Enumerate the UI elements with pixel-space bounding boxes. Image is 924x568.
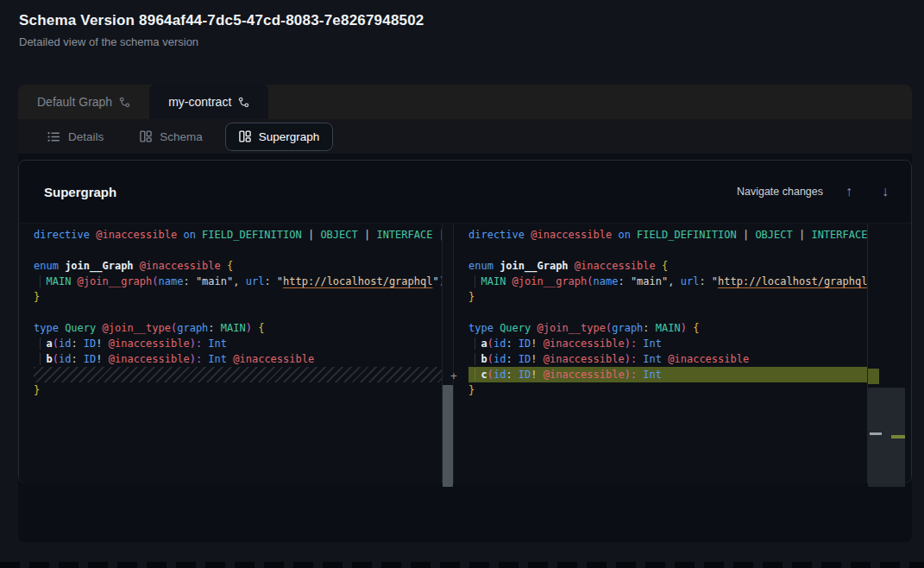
code-line: directive @inaccessible on FIELD_DEFINIT… xyxy=(468,227,867,243)
minimap-viewport[interactable] xyxy=(868,388,905,487)
columns-icon xyxy=(140,130,152,142)
graph-tabs: Default Graphmy-contract xyxy=(18,85,912,119)
code-line: enum join__Graph @inaccessible { xyxy=(468,258,867,274)
subtab-label: Details xyxy=(68,130,104,143)
subtab-supergraph[interactable]: Supergraph xyxy=(225,123,334,151)
code-line: type Query @join__type(graph: MAIN) { xyxy=(34,320,442,336)
branch-icon xyxy=(238,97,249,108)
minimap-added-change-marker xyxy=(891,435,905,439)
branch-icon xyxy=(119,97,130,108)
page-header: Schema Version 8964af44-7dc5-47cd-8083-7… xyxy=(19,12,424,48)
collapsed-diff-placeholder xyxy=(34,367,442,382)
minimap-position-marker xyxy=(870,432,882,435)
code-line: type Query @join__type(graph: MAIN) { xyxy=(468,320,867,336)
code-line xyxy=(34,243,442,258)
diff-panel-after[interactable]: directive @inaccessible on FIELD_DEFINIT… xyxy=(454,224,867,483)
tab-default-graph[interactable]: Default Graph xyxy=(18,85,149,119)
supergraph-panel: Supergraph Navigate changes ↑ ↓ directiv… xyxy=(18,160,912,483)
list-icon xyxy=(47,131,60,142)
code-line: } xyxy=(34,289,442,305)
code-line: b(id: ID! @inaccessible): Int @inaccessi… xyxy=(34,351,442,367)
tab-label: my-contract xyxy=(168,95,231,109)
code-line: } xyxy=(34,382,442,398)
navigate-changes-label: Navigate changes xyxy=(737,186,823,198)
added-code-line: c(id: ID! @inaccessible): Int xyxy=(468,367,867,382)
code-line: } xyxy=(468,382,867,398)
supergraph-panel-header: Supergraph Navigate changes ↑ ↓ xyxy=(19,161,911,223)
added-line-highlight-extension xyxy=(867,369,879,384)
code-line: } xyxy=(468,289,867,305)
subtab-schema[interactable]: Schema xyxy=(126,123,217,151)
code-line: b(id: ID! @inaccessible): Int @inaccessi… xyxy=(468,351,867,367)
diff-panel-before[interactable]: directive @inaccessible on FIELD_DEFINIT… xyxy=(19,224,442,483)
code-after: directive @inaccessible on FIELD_DEFINIT… xyxy=(454,224,867,398)
schema-diff-editor: directive @inaccessible on FIELD_DEFINIT… xyxy=(19,223,911,483)
page-subtitle: Detailed view of the schema version xyxy=(19,35,424,48)
code-line: MAIN @join__graph(name: "main", url: "ht… xyxy=(34,274,442,289)
code-line: a(id: ID! @inaccessible): Int xyxy=(468,336,867,351)
page-title: Schema Version 8964af44-7dc5-47cd-8083-7… xyxy=(19,12,424,29)
vertical-scrollbar-thumb[interactable] xyxy=(443,385,453,487)
section-title: Supergraph xyxy=(44,185,116,199)
code-line: directive @inaccessible on FIELD_DEFINIT… xyxy=(34,227,442,243)
subtab-details[interactable]: Details xyxy=(34,123,117,151)
schema-version-card: Default Graphmy-contract DetailsSchemaSu… xyxy=(18,85,912,542)
code-line xyxy=(468,243,867,258)
previous-change-button[interactable]: ↑ xyxy=(839,183,859,200)
bottom-dashed-edge xyxy=(0,562,924,568)
columns-icon xyxy=(239,130,251,142)
code-line xyxy=(468,305,867,320)
tab-label: Default Graph xyxy=(37,95,112,109)
code-before: directive @inaccessible on FIELD_DEFINIT… xyxy=(19,224,442,398)
view-subtabs: DetailsSchemaSupergraph xyxy=(18,119,912,154)
subtab-label: Schema xyxy=(160,130,203,143)
code-line xyxy=(34,305,442,320)
subtab-label: Supergraph xyxy=(259,130,320,143)
code-line: enum join__Graph @inaccessible { xyxy=(34,258,442,274)
added-line-marker: + xyxy=(442,369,466,384)
navigate-changes: Navigate changes ↑ ↓ xyxy=(737,183,896,200)
code-line: MAIN @join__graph(name: "main", url: "ht… xyxy=(468,274,867,289)
code-line: a(id: ID! @inaccessible): Int xyxy=(34,336,442,351)
next-change-button[interactable]: ↓ xyxy=(875,183,896,200)
tab-my-contract[interactable]: my-contract xyxy=(149,85,268,119)
